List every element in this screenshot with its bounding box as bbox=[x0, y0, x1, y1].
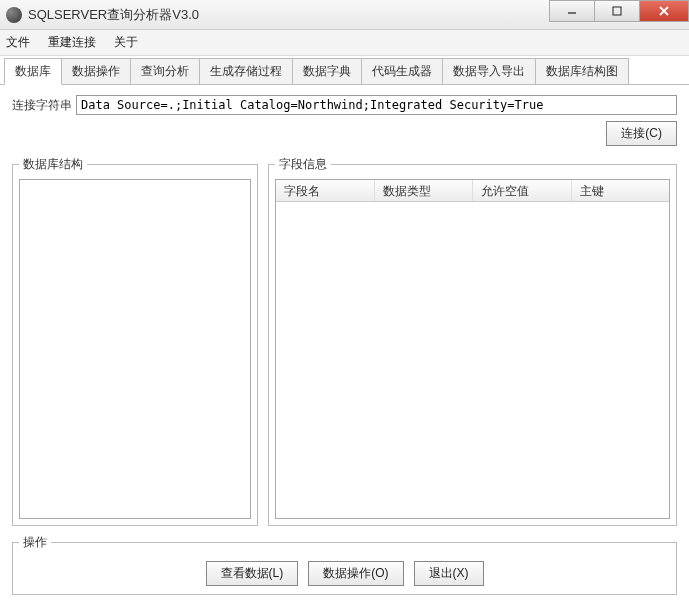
menu-about[interactable]: 关于 bbox=[114, 34, 138, 51]
view-data-button[interactable]: 查看数据(L) bbox=[206, 561, 299, 586]
connection-label: 连接字符串 bbox=[12, 95, 76, 114]
ops-buttons: 查看数据(L) 数据操作(O) 退出(X) bbox=[19, 561, 670, 586]
field-table-header: 字段名 数据类型 允许空值 主键 bbox=[276, 180, 669, 202]
db-structure-panel: 数据库结构 bbox=[12, 156, 258, 526]
svg-rect-1 bbox=[613, 7, 621, 15]
tab-data-ops[interactable]: 数据操作 bbox=[61, 58, 131, 84]
connection-string-input[interactable] bbox=[76, 95, 677, 115]
window-title: SQLSERVER查询分析器V3.0 bbox=[28, 6, 550, 24]
db-tree[interactable] bbox=[19, 179, 251, 519]
maximize-button[interactable] bbox=[594, 0, 640, 22]
ops-panel: 操作 查看数据(L) 数据操作(O) 退出(X) bbox=[12, 534, 677, 595]
tab-codegen[interactable]: 代码生成器 bbox=[361, 58, 443, 84]
field-table[interactable]: 字段名 数据类型 允许空值 主键 bbox=[275, 179, 670, 519]
tab-query-analyze[interactable]: 查询分析 bbox=[130, 58, 200, 84]
tab-gen-sproc[interactable]: 生成存储过程 bbox=[199, 58, 293, 84]
tab-content: 连接字符串 连接(C) 数据库结构 字段信息 字段名 数据类型 允许空值 主键 … bbox=[0, 85, 689, 603]
field-info-legend: 字段信息 bbox=[275, 156, 331, 173]
menu-reconnect[interactable]: 重建连接 bbox=[48, 34, 96, 51]
minimize-button[interactable] bbox=[549, 0, 595, 22]
tab-db-diagram[interactable]: 数据库结构图 bbox=[535, 58, 629, 84]
tab-import-export[interactable]: 数据导入导出 bbox=[442, 58, 536, 84]
titlebar: SQLSERVER查询分析器V3.0 bbox=[0, 0, 689, 30]
exit-button[interactable]: 退出(X) bbox=[414, 561, 484, 586]
connect-button[interactable]: 连接(C) bbox=[606, 121, 677, 146]
col-nullable[interactable]: 允许空值 bbox=[473, 180, 572, 201]
app-icon bbox=[6, 7, 22, 23]
menu-file[interactable]: 文件 bbox=[6, 34, 30, 51]
col-data-type[interactable]: 数据类型 bbox=[375, 180, 474, 201]
tab-database[interactable]: 数据库 bbox=[4, 58, 62, 85]
tabstrip: 数据库 数据操作 查询分析 生成存储过程 数据字典 代码生成器 数据导入导出 数… bbox=[0, 58, 689, 85]
col-field-name[interactable]: 字段名 bbox=[276, 180, 375, 201]
data-ops-button[interactable]: 数据操作(O) bbox=[308, 561, 403, 586]
panels: 数据库结构 字段信息 字段名 数据类型 允许空值 主键 bbox=[12, 156, 677, 526]
close-button[interactable] bbox=[639, 0, 689, 22]
field-info-panel: 字段信息 字段名 数据类型 允许空值 主键 bbox=[268, 156, 677, 526]
ops-legend: 操作 bbox=[19, 534, 51, 551]
db-structure-legend: 数据库结构 bbox=[19, 156, 87, 173]
menubar: 文件 重建连接 关于 bbox=[0, 30, 689, 56]
connect-button-row: 连接(C) bbox=[12, 121, 677, 146]
tab-data-dict[interactable]: 数据字典 bbox=[292, 58, 362, 84]
window-controls bbox=[550, 0, 689, 29]
col-primary-key[interactable]: 主键 bbox=[572, 180, 670, 201]
connection-row: 连接字符串 bbox=[12, 95, 677, 115]
